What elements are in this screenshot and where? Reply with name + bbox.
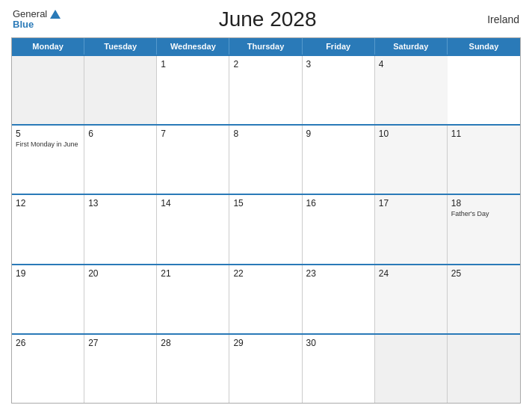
day-header-friday: Friday <box>303 38 375 55</box>
week-row-3: 12131415161718Father's Day <box>12 194 520 263</box>
day-event: First Monday in June <box>16 140 80 149</box>
day-number: 13 <box>88 198 152 208</box>
day-cell: 8 <box>229 126 302 194</box>
day-cell: 12 <box>12 195 84 263</box>
week-row-2: 5First Monday in June67891011 <box>12 124 520 194</box>
day-cell: 22 <box>229 265 302 333</box>
day-cell: 11 <box>448 126 520 194</box>
day-cell <box>84 56 157 124</box>
day-cell: 2 <box>229 56 302 124</box>
day-number: 3 <box>306 59 371 69</box>
day-number: 22 <box>233 268 297 279</box>
logo-general-text: General <box>13 9 47 19</box>
day-header-saturday: Saturday <box>375 38 448 55</box>
day-cell: 26 <box>12 335 84 403</box>
calendar-container: General Blue June 2028 Ireland MondayTue… <box>0 0 532 411</box>
day-cell: 20 <box>84 265 157 333</box>
logo-triangle-icon <box>50 10 61 19</box>
day-number: 15 <box>233 198 297 208</box>
day-number: 25 <box>451 268 516 279</box>
day-cell: 21 <box>157 265 229 333</box>
day-cell: 25 <box>448 265 520 333</box>
day-number: 23 <box>306 268 371 279</box>
day-cell: 17 <box>375 195 448 263</box>
day-number: 16 <box>306 198 371 208</box>
logo-blue-text: Blue <box>13 19 34 30</box>
day-cell: 9 <box>303 126 375 194</box>
day-cell: 23 <box>303 265 375 333</box>
day-cell: 10 <box>375 126 448 194</box>
day-headers: MondayTuesdayWednesdayThursdayFridaySatu… <box>12 38 520 55</box>
logo: General Blue <box>13 9 61 31</box>
day-number: 10 <box>379 129 443 139</box>
day-number: 6 <box>88 129 152 139</box>
day-cell: 14 <box>157 195 229 263</box>
day-number: 14 <box>161 198 225 208</box>
day-number: 21 <box>161 268 225 279</box>
day-number: 29 <box>233 338 297 348</box>
day-number: 17 <box>379 198 443 208</box>
day-number: 30 <box>306 338 371 348</box>
week-row-4: 19202122232425 <box>12 264 520 333</box>
day-number: 11 <box>451 129 516 139</box>
day-header-tuesday: Tuesday <box>84 38 157 55</box>
day-number: 5 <box>16 129 80 139</box>
day-number: 12 <box>16 198 80 208</box>
calendar-title: June 2028 <box>61 7 474 31</box>
day-header-wednesday: Wednesday <box>157 38 229 55</box>
day-cell: 15 <box>229 195 302 263</box>
day-number: 26 <box>16 338 80 348</box>
day-number: 2 <box>233 59 297 69</box>
day-cell: 19 <box>12 265 84 333</box>
country-label: Ireland <box>474 13 519 25</box>
day-cell: 7 <box>157 126 229 194</box>
day-number: 24 <box>379 268 443 279</box>
day-number: 18 <box>451 198 516 208</box>
day-cell: 24 <box>375 265 448 333</box>
day-cell: 4 <box>375 56 448 124</box>
day-cell: 16 <box>303 195 375 263</box>
day-header-sunday: Sunday <box>448 38 520 55</box>
day-number: 9 <box>306 129 371 139</box>
day-header-monday: Monday <box>12 38 84 55</box>
day-cell <box>375 335 448 403</box>
week-row-1: 1234 <box>12 55 520 124</box>
day-cell: 28 <box>157 335 229 403</box>
day-header-thursday: Thursday <box>229 38 302 55</box>
day-number: 19 <box>16 268 80 279</box>
day-number: 4 <box>379 59 444 69</box>
weeks: 12345First Monday in June678910111213141… <box>12 55 520 403</box>
day-cell: 29 <box>229 335 302 403</box>
day-cell: 1 <box>157 56 229 124</box>
calendar-grid: MondayTuesdayWednesdayThursdayFridaySatu… <box>11 37 521 404</box>
day-number: 27 <box>88 338 152 348</box>
day-cell: 30 <box>303 335 375 403</box>
day-cell <box>12 56 84 124</box>
day-cell: 5First Monday in June <box>12 126 84 194</box>
day-event: Father's Day <box>451 210 516 219</box>
day-number: 20 <box>88 268 152 279</box>
day-cell <box>448 335 520 403</box>
header: General Blue June 2028 Ireland <box>11 7 521 31</box>
day-cell: 18Father's Day <box>448 195 520 263</box>
day-number: 7 <box>161 129 225 139</box>
day-number: 28 <box>161 338 225 348</box>
week-row-5: 2627282930 <box>12 333 520 403</box>
day-cell: 3 <box>303 56 375 124</box>
day-cell: 13 <box>84 195 157 263</box>
day-number: 1 <box>161 59 225 69</box>
day-cell: 27 <box>84 335 157 403</box>
day-cell: 6 <box>84 126 157 194</box>
day-number: 8 <box>233 129 297 139</box>
